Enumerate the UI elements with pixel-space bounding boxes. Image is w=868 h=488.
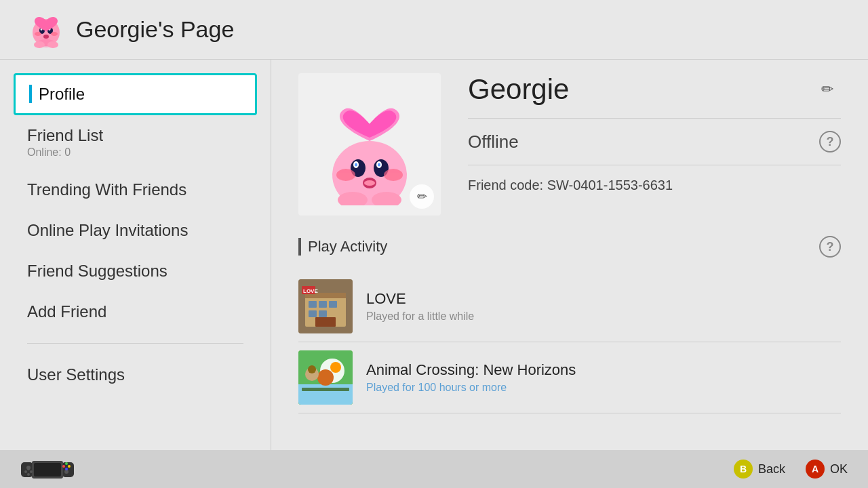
- svg-rect-27: [309, 301, 317, 308]
- svg-point-9: [51, 32, 58, 36]
- svg-point-18: [355, 163, 357, 167]
- svg-point-50: [30, 470, 33, 473]
- svg-text:LOVE: LOVE: [303, 288, 318, 294]
- profile-status-row: Offline ?: [468, 119, 841, 165]
- svg-rect-43: [21, 462, 33, 477]
- friend-code-value: SW-0401-1553-6631: [547, 178, 673, 192]
- sidebar-item-online-play[interactable]: Online Play Invitations: [0, 210, 271, 251]
- page-title: Georgie's Page: [76, 16, 234, 43]
- svg-point-53: [62, 465, 65, 468]
- svg-rect-40: [302, 388, 349, 391]
- svg-point-54: [68, 465, 71, 468]
- svg-rect-32: [315, 317, 336, 327]
- svg-point-2: [34, 41, 45, 48]
- activity-help-button[interactable]: ?: [819, 236, 841, 258]
- svg-rect-46: [34, 463, 61, 476]
- profile-name-row: Georgie ✏: [468, 73, 841, 119]
- svg-point-21: [384, 169, 403, 181]
- game-thumb-love: LOVE: [298, 279, 353, 333]
- edit-icon: ✏: [821, 81, 833, 98]
- bottom-right: B Back A OK: [734, 460, 848, 479]
- friend-code-label: Friend code:: [468, 178, 543, 192]
- sidebar-item-user-settings[interactable]: User Settings: [0, 354, 271, 395]
- profile-edit-button[interactable]: ✏: [814, 76, 841, 103]
- game-thumb-acnh: [298, 350, 353, 405]
- svg-point-55: [65, 462, 68, 465]
- svg-point-51: [27, 468, 30, 470]
- back-label: Back: [758, 462, 785, 476]
- sidebar-item-friend-list[interactable]: Friend List Online: 0: [0, 115, 271, 169]
- profile-info: Georgie ✏ Offline ? Friend code: SW-0401…: [468, 73, 841, 216]
- game-info-love: LOVE Played for a little while: [366, 290, 841, 323]
- svg-rect-29: [329, 301, 337, 308]
- profile-section: ✏ Georgie ✏ Offline ? Frie: [298, 73, 841, 216]
- svg-point-20: [336, 169, 355, 181]
- svg-point-42: [308, 365, 316, 373]
- game-time-love: Played for a little while: [366, 310, 841, 323]
- activity-help-icon: ?: [827, 240, 834, 254]
- game-info-acnh: Animal Crossing: New Horizons Played for…: [366, 361, 841, 394]
- ok-label: OK: [830, 462, 848, 476]
- sidebar-item-profile[interactable]: Profile: [14, 73, 257, 115]
- bottom-bar: B Back A OK: [0, 450, 868, 488]
- svg-point-52: [27, 473, 30, 476]
- play-activity-header: Play Activity ?: [298, 236, 841, 258]
- sidebar-item-friend-suggestions[interactable]: Friend Suggestions: [0, 251, 271, 291]
- game-name-acnh: Animal Crossing: New Horizons: [366, 361, 841, 379]
- sidebar: Profile Friend List Online: 0 Trending W…: [0, 60, 271, 450]
- header: Georgie's Page: [0, 0, 868, 60]
- avatar-container: ✏: [298, 73, 441, 216]
- svg-rect-28: [319, 301, 327, 308]
- profile-status: Offline: [468, 131, 519, 152]
- bottom-left: [20, 457, 75, 481]
- game-time-acnh: Played for 100 hours or more: [366, 382, 841, 394]
- svg-rect-30: [309, 310, 317, 317]
- svg-point-49: [24, 470, 27, 473]
- switch-controller-icon: [20, 457, 75, 481]
- ok-button[interactable]: A OK: [806, 460, 848, 479]
- game-name-love: LOVE: [366, 290, 841, 308]
- svg-point-39: [330, 362, 341, 373]
- game-item-acnh[interactable]: Animal Crossing: New Horizons Played for…: [298, 342, 841, 413]
- content-area: ✏ Georgie ✏ Offline ? Frie: [271, 60, 868, 450]
- play-activity-title: Play Activity: [298, 238, 387, 256]
- b-button-icon: B: [734, 460, 753, 479]
- svg-rect-36: [298, 384, 353, 405]
- sidebar-divider: [27, 343, 243, 344]
- profile-name: Georgie: [468, 73, 569, 106]
- svg-point-10: [43, 35, 49, 39]
- avatar-edit-button[interactable]: ✏: [410, 184, 434, 209]
- avatar-image: [312, 83, 427, 205]
- app-icon: [27, 11, 65, 49]
- play-activity-section: Play Activity ?: [298, 236, 841, 413]
- a-button-icon: A: [806, 460, 825, 479]
- svg-rect-31: [319, 310, 327, 317]
- status-help-button[interactable]: ?: [819, 131, 841, 152]
- svg-point-19: [378, 163, 380, 167]
- back-button[interactable]: B Back: [734, 460, 785, 479]
- friend-code-row: Friend code: SW-0401-1553-6631: [468, 165, 841, 205]
- help-icon: ?: [827, 135, 834, 149]
- svg-point-56: [65, 468, 68, 470]
- main-layout: Profile Friend List Online: 0 Trending W…: [0, 60, 868, 450]
- svg-point-3: [47, 41, 58, 48]
- sidebar-item-trending[interactable]: Trending With Friends: [0, 169, 271, 210]
- svg-point-8: [35, 32, 41, 36]
- svg-rect-44: [62, 462, 74, 477]
- svg-point-38: [317, 369, 334, 386]
- game-item-love[interactable]: LOVE LOVE Played for a little while: [298, 271, 841, 342]
- pencil-icon: ✏: [417, 189, 427, 204]
- sidebar-item-add-friend[interactable]: Add Friend: [0, 291, 271, 332]
- svg-point-23: [364, 180, 375, 186]
